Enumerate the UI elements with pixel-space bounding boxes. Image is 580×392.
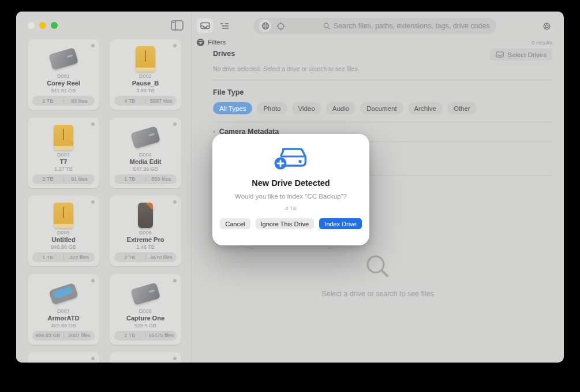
drive-name: Corey Reel	[28, 80, 99, 87]
filters-row: Filters 0 results	[197, 36, 552, 48]
drive-capacity-pill: 1 TB 322 files	[32, 252, 95, 262]
drive-used-size: 529.5 GB	[110, 323, 181, 328]
drive-file-count: 322 files	[64, 255, 95, 260]
drive-capacity-pill: 4 TB 5587 files	[114, 96, 177, 106]
drive-capacity-pill: 2 TB 3670 files	[114, 252, 177, 262]
drive-capacity: 2 TB	[114, 255, 145, 260]
search-input[interactable]: Search files, paths, extensions, tags, d…	[323, 22, 491, 30]
drive-file-count: 91 files	[64, 176, 95, 182]
drive-used-size: 1.46 TB	[110, 244, 181, 250]
file-type-pill-archive[interactable]: Archive	[408, 102, 443, 114]
drive-used-size: 3.89 TB	[110, 88, 181, 94]
drive-name: Capture One	[110, 315, 181, 322]
dialog-message: Would you like to index "CC Backup"?	[212, 193, 369, 200]
drive-card[interactable]: D007 ArmorATD 422.89 GB 999.93 GB 2007 f…	[28, 274, 99, 345]
drive-name: ArmorATD	[28, 315, 99, 322]
file-type-title: File Type	[213, 88, 244, 96]
dialog-drive-size: 4 TB	[212, 205, 369, 211]
index-drive-button[interactable]: Index Drive	[319, 218, 362, 229]
drive-capacity-pill: 2 TB 91 files	[32, 174, 95, 184]
drives-view-button[interactable]	[197, 18, 213, 33]
drive-card[interactable]: D004 Media Edit 547.39 GB 1 TB 859 files	[110, 118, 181, 188]
drive-card[interactable]: D002 Pause_B 3.89 TB 4 TB 5587 files	[110, 39, 181, 110]
drive-card[interactable]: D001 Corey Reel 511.81 GB 1 TB 83 files	[28, 39, 99, 110]
file-type-pill-document[interactable]: Document	[360, 102, 403, 114]
drive-file-count: 83 files	[64, 98, 95, 104]
settings-gear-icon[interactable]	[540, 19, 553, 33]
target-icon[interactable]	[275, 20, 287, 32]
traffic-lights	[28, 22, 58, 29]
file-type-pill-other[interactable]: Other	[447, 102, 477, 114]
drive-capacity: 1 TB	[32, 255, 63, 260]
sidebar-toggle-icon[interactable]	[170, 19, 185, 32]
minimize-button[interactable]	[39, 22, 46, 29]
add-drive-icon	[273, 145, 309, 171]
chevron-right-icon[interactable]: ›	[213, 128, 215, 135]
drive-capacity-pill: 2 TB 55575 files	[114, 331, 177, 341]
cancel-button[interactable]: Cancel	[220, 218, 250, 229]
dialog-buttons: Cancel Ignore This Drive Index Drive	[212, 218, 369, 229]
drive-status-dot	[173, 357, 177, 360]
drive-used-size: 946.98 GB	[28, 244, 99, 250]
list-view-button[interactable]	[216, 18, 233, 33]
view-mode-switcher	[197, 18, 233, 33]
drive-name: T7	[28, 158, 99, 165]
zoom-button[interactable]	[51, 22, 58, 29]
drive-name: Extreme Pro	[110, 236, 181, 243]
file-type-pill-audio[interactable]: Audio	[326, 102, 356, 114]
drive-file-count: 3670 files	[146, 255, 177, 260]
file-type-pill-photo[interactable]: Photo	[257, 102, 287, 114]
file-type-pill-video[interactable]: Video	[292, 102, 321, 114]
drive-icon	[110, 124, 181, 151]
drive-name: Media Edit	[110, 158, 181, 165]
drive-card[interactable]: D006 Extreme Pro 1.46 TB 2 TB 3670 files	[110, 196, 181, 266]
drive-code: D005	[28, 230, 99, 236]
globe-icon[interactable]	[259, 20, 271, 32]
drive-icon	[110, 45, 181, 73]
drive-capacity: 1 TB	[114, 176, 145, 182]
drive-card[interactable]: D003 T7 1.27 TB 2 TB 91 files	[28, 118, 99, 188]
drive-card[interactable]	[110, 352, 181, 363]
drive-capacity: 1 TB	[32, 98, 63, 104]
file-type-pill-all-types[interactable]: All Types	[213, 102, 252, 114]
select-drives-label: Select Drives	[507, 51, 547, 58]
empty-state: Select a drive or search to see files	[192, 253, 564, 298]
drive-code: D006	[110, 230, 181, 236]
drive-icon	[28, 201, 99, 229]
drive-used-size: 422.89 GB	[28, 323, 99, 328]
drive-file-count: 55575 files	[146, 333, 177, 338]
search-bar[interactable]: Search files, paths, extensions, tags, d…	[253, 18, 496, 34]
select-drives-button[interactable]: Select Drives	[490, 48, 552, 61]
drive-card[interactable]	[28, 352, 99, 363]
drives-section-title: Drives	[213, 50, 235, 58]
drive-icon	[110, 280, 181, 308]
drive-code: D001	[28, 73, 99, 79]
drive-file-count: 5587 files	[146, 98, 177, 104]
filters-label: Filters	[208, 39, 226, 46]
drive-capacity-pill: 1 TB 83 files	[32, 96, 95, 106]
drive-card[interactable]: D008 Capture One 529.5 GB 2 TB 55575 fil…	[110, 274, 181, 345]
drive-status-dot	[91, 357, 95, 360]
drive-used-size: 1.27 TB	[28, 166, 99, 172]
no-drive-text: No drive selected. Select a drive or sea…	[213, 65, 552, 72]
search-icon	[323, 23, 330, 29]
drive-card[interactable]: D005 Untitled 946.98 GB 1 TB 322 files	[28, 196, 99, 266]
large-search-icon	[364, 253, 392, 281]
ignore-drive-button[interactable]: Ignore This Drive	[256, 218, 315, 229]
drive-icon	[28, 124, 99, 151]
drive-capacity-pill: 999.93 GB 2007 files	[32, 331, 95, 341]
drive-file-count: 859 files	[146, 176, 177, 182]
drive-used-size: 511.81 GB	[28, 88, 99, 94]
empty-state-message: Select a drive or search to see files	[192, 290, 564, 298]
drive-capacity: 999.93 GB	[32, 333, 63, 338]
drive-icon	[110, 201, 181, 229]
close-button[interactable]	[28, 22, 35, 29]
filter-icon[interactable]	[197, 39, 204, 46]
drive-capacity: 4 TB	[114, 98, 145, 104]
drive-code: D003	[28, 152, 99, 158]
drive-name: Untitled	[28, 236, 99, 243]
drive-file-count: 2007 files	[64, 333, 95, 338]
drive-code: D007	[28, 308, 99, 314]
app-window: D001 Corey Reel 511.81 GB 1 TB 83 files …	[16, 12, 564, 363]
drive-icon	[28, 280, 99, 308]
